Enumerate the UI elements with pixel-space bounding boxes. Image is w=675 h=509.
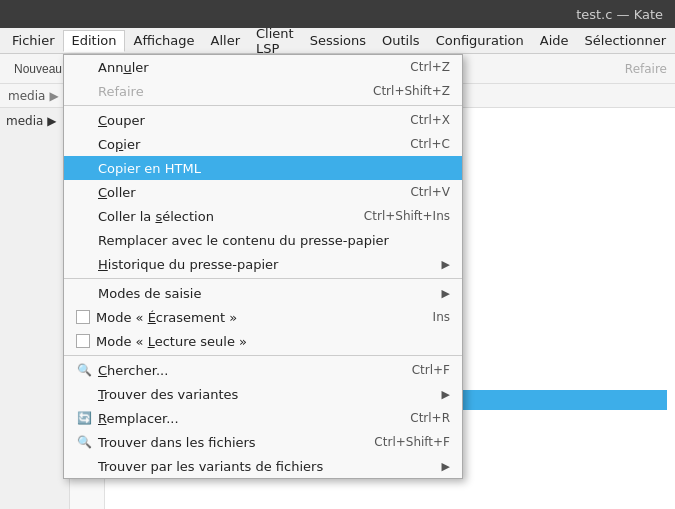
trouver-fich-icon: 🔍 (76, 434, 92, 450)
menu-mode-lecture[interactable]: Mode « Lecture seule » (64, 329, 462, 353)
sep2 (64, 278, 462, 279)
menu-edition[interactable]: Edition (63, 30, 126, 52)
chercher-label: Chercher... (98, 363, 168, 378)
copier-html-label: Copier en HTML (98, 161, 201, 176)
menu-affichage[interactable]: Affichage (125, 30, 202, 52)
coller-sel-shortcut: Ctrl+Shift+Ins (364, 209, 450, 223)
menu-bar: Fichier Edition Affichage Aller Client L… (0, 28, 675, 54)
copier-icon (76, 136, 92, 152)
menu-selectionner[interactable]: Sélectionner (577, 30, 675, 52)
historique-label: Historique du presse-papier (98, 257, 278, 272)
sep1 (64, 105, 462, 106)
trouver-fich-label: Trouver dans les fichiers (98, 435, 256, 450)
menu-remplacer-presse[interactable]: Remplacer avec le contenu du presse-papi… (64, 228, 462, 252)
sidebar-media[interactable]: media ▶ (0, 112, 69, 130)
refaire-icon (76, 83, 92, 99)
lecture-checkbox[interactable] (76, 334, 90, 348)
couper-label: Couper (98, 113, 145, 128)
menu-modes-saisie[interactable]: Modes de saisie ▶ (64, 281, 462, 305)
historique-icon (76, 256, 92, 272)
nouveau-button[interactable]: Nouveau (8, 60, 68, 78)
copier-html-icon (76, 160, 92, 176)
trouver-vfich-icon (76, 458, 92, 474)
remplacer-shortcut: Ctrl+R (410, 411, 450, 425)
coller-sel-icon (76, 208, 92, 224)
ecrasement-label: Mode « Écrasement » (96, 310, 237, 325)
title-text: test.c — Kate (576, 7, 663, 22)
annuler-icon (76, 59, 92, 75)
historique-arrow: ▶ (442, 258, 450, 271)
menu-trouver-variantes[interactable]: Trouver des variantes ▶ (64, 382, 462, 406)
menu-trouver-variants-fich[interactable]: Trouver par les variants de fichiers ▶ (64, 454, 462, 478)
menu-chercher[interactable]: 🔍 Chercher... Ctrl+F (64, 358, 462, 382)
breadcrumb-media: media (8, 89, 45, 103)
refaire-label: Refaire (98, 84, 144, 99)
menu-outils[interactable]: Outils (374, 30, 428, 52)
ecrasement-shortcut: Ins (433, 310, 450, 324)
trouver-fich-shortcut: Ctrl+Shift+F (374, 435, 450, 449)
coller-shortcut: Ctrl+V (410, 185, 450, 199)
sidebar: media ▶ (0, 108, 70, 509)
remplacer-presse-label: Remplacer avec le contenu du presse-papi… (98, 233, 389, 248)
copier-shortcut: Ctrl+C (410, 137, 450, 151)
remplacer-icon: 🔄 (76, 410, 92, 426)
menu-mode-ecrasement[interactable]: Mode « Écrasement » Ins (64, 305, 462, 329)
title-bar: test.c — Kate (0, 0, 675, 28)
trouver-var-arrow: ▶ (442, 388, 450, 401)
refaire-toolbar: Refaire (625, 62, 667, 76)
menu-coller[interactable]: Coller Ctrl+V (64, 180, 462, 204)
menu-aller[interactable]: Aller (203, 30, 248, 52)
menu-configuration[interactable]: Configuration (428, 30, 532, 52)
coller-sel-label: Coller la sélection (98, 209, 214, 224)
coller-icon (76, 184, 92, 200)
modes-saisie-label: Modes de saisie (98, 286, 201, 301)
refaire-shortcut: Ctrl+Shift+Z (373, 84, 450, 98)
trouver-var-icon (76, 386, 92, 402)
annuler-label: Annuler (98, 60, 149, 75)
trouver-var-label: Trouver des variantes (98, 387, 238, 402)
ecrasement-checkbox[interactable] (76, 310, 90, 324)
chercher-shortcut: Ctrl+F (412, 363, 450, 377)
menu-refaire: Refaire Ctrl+Shift+Z (64, 79, 462, 103)
menu-remplacer[interactable]: 🔄 Remplacer... Ctrl+R (64, 406, 462, 430)
menu-historique[interactable]: Historique du presse-papier ▶ (64, 252, 462, 276)
breadcrumb-sep1: ▶ (49, 89, 58, 103)
annuler-shortcut: Ctrl+Z (410, 60, 450, 74)
menu-sessions[interactable]: Sessions (302, 30, 374, 52)
copier-label: Copier (98, 137, 140, 152)
lecture-label: Mode « Lecture seule » (96, 334, 247, 349)
edition-dropdown: Annuler Ctrl+Z Refaire Ctrl+Shift+Z Coup… (63, 54, 463, 479)
remplacer-presse-icon (76, 232, 92, 248)
menu-copier-html[interactable]: Copier en HTML (64, 156, 462, 180)
menu-couper[interactable]: Couper Ctrl+X (64, 108, 462, 132)
modes-saisie-arrow: ▶ (442, 287, 450, 300)
menu-trouver-fichiers[interactable]: 🔍 Trouver dans les fichiers Ctrl+Shift+F (64, 430, 462, 454)
menu-client-lsp[interactable]: Client LSP (248, 30, 302, 52)
menu-copier[interactable]: Copier Ctrl+C (64, 132, 462, 156)
remplacer-label: Remplacer... (98, 411, 179, 426)
chercher-icon: 🔍 (76, 362, 92, 378)
menu-coller-selection[interactable]: Coller la sélection Ctrl+Shift+Ins (64, 204, 462, 228)
couper-icon (76, 112, 92, 128)
menu-fichier[interactable]: Fichier (4, 30, 63, 52)
trouver-vfich-arrow: ▶ (442, 460, 450, 473)
modes-saisie-icon (76, 285, 92, 301)
trouver-vfich-label: Trouver par les variants de fichiers (98, 459, 323, 474)
couper-shortcut: Ctrl+X (410, 113, 450, 127)
menu-aide[interactable]: Aide (532, 30, 577, 52)
sep3 (64, 355, 462, 356)
coller-label: Coller (98, 185, 136, 200)
menu-annuler[interactable]: Annuler Ctrl+Z (64, 55, 462, 79)
